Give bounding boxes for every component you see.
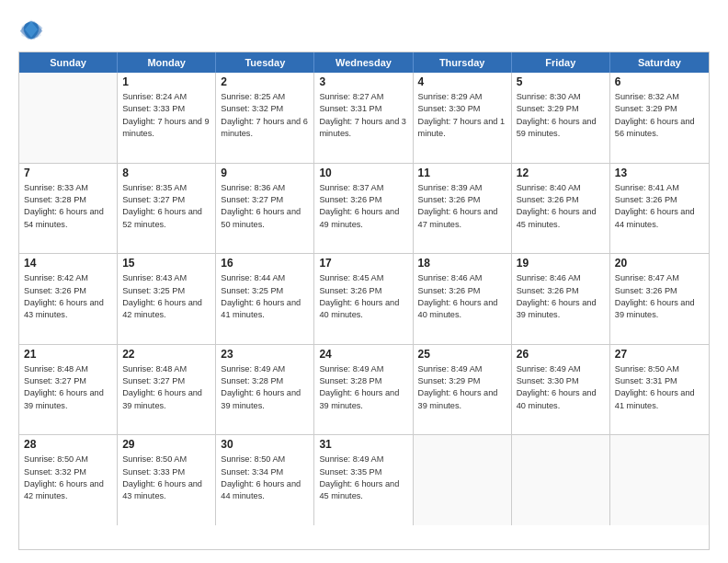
day-number: 18 xyxy=(418,257,506,270)
cell-info-line: Sunrise: 8:46 AM xyxy=(418,272,506,284)
day-number: 23 xyxy=(221,348,309,361)
cell-info-line: Sunrise: 8:46 AM xyxy=(517,272,605,284)
weekday-header-monday: Monday xyxy=(118,52,216,73)
cell-info-line: Sunrise: 8:49 AM xyxy=(517,363,605,375)
calendar-cell: 15Sunrise: 8:43 AMSunset: 3:25 PMDayligh… xyxy=(118,254,216,344)
day-number: 27 xyxy=(615,348,704,361)
cell-info-line: Daylight: 6 hours and 49 minutes. xyxy=(319,206,407,231)
cell-info-line: Daylight: 6 hours and 52 minutes. xyxy=(122,206,210,231)
cell-info-line: Daylight: 6 hours and 40 minutes. xyxy=(517,387,605,412)
day-number: 17 xyxy=(319,257,407,270)
calendar-cell xyxy=(610,435,709,525)
cell-info-line: Daylight: 6 hours and 44 minutes. xyxy=(221,478,309,503)
cell-info-line: Daylight: 6 hours and 42 minutes. xyxy=(24,478,112,503)
cell-info-line: Daylight: 6 hours and 43 minutes. xyxy=(24,297,112,322)
day-number: 10 xyxy=(319,167,407,179)
weekday-header-tuesday: Tuesday xyxy=(216,52,314,73)
calendar-cell: 16Sunrise: 8:44 AMSunset: 3:25 PMDayligh… xyxy=(216,254,314,344)
calendar-cell: 9Sunrise: 8:36 AMSunset: 3:27 PMDaylight… xyxy=(216,164,314,254)
day-number: 8 xyxy=(122,167,210,179)
calendar-cell: 2Sunrise: 8:25 AMSunset: 3:32 PMDaylight… xyxy=(216,73,314,163)
cell-info-line: Sunset: 3:26 PM xyxy=(319,194,407,206)
cell-info-line: Daylight: 6 hours and 44 minutes. xyxy=(615,206,704,231)
calendar-cell: 8Sunrise: 8:35 AMSunset: 3:27 PMDaylight… xyxy=(118,164,216,254)
calendar-cell: 18Sunrise: 8:46 AMSunset: 3:26 PMDayligh… xyxy=(414,254,512,344)
cell-info-line: Daylight: 6 hours and 45 minutes. xyxy=(517,206,605,231)
calendar-cell: 12Sunrise: 8:40 AMSunset: 3:26 PMDayligh… xyxy=(512,164,610,254)
cell-info-line: Daylight: 6 hours and 39 minutes. xyxy=(615,297,704,322)
cell-info-line: Sunrise: 8:50 AM xyxy=(221,454,309,465)
calendar-cell: 21Sunrise: 8:48 AMSunset: 3:27 PMDayligh… xyxy=(19,345,118,435)
cell-info-line: Sunset: 3:31 PM xyxy=(319,103,407,115)
cell-info-line: Sunset: 3:26 PM xyxy=(418,194,506,206)
cell-info-line: Sunrise: 8:29 AM xyxy=(418,91,506,103)
cell-info-line: Daylight: 6 hours and 39 minutes. xyxy=(517,297,605,322)
calendar-cell: 5Sunrise: 8:30 AMSunset: 3:29 PMDaylight… xyxy=(512,73,610,163)
cell-info-line: Sunrise: 8:45 AM xyxy=(319,272,407,284)
calendar-row-3: 21Sunrise: 8:48 AMSunset: 3:27 PMDayligh… xyxy=(19,345,709,436)
cell-info-line: Sunrise: 8:44 AM xyxy=(221,272,309,284)
weekday-header-friday: Friday xyxy=(512,52,610,73)
calendar-row-2: 14Sunrise: 8:42 AMSunset: 3:26 PMDayligh… xyxy=(19,254,709,345)
cell-info-line: Sunrise: 8:25 AM xyxy=(221,91,309,103)
day-number: 2 xyxy=(221,75,309,88)
calendar-body: 1Sunrise: 8:24 AMSunset: 3:33 PMDaylight… xyxy=(19,73,709,525)
cell-info-line: Sunrise: 8:49 AM xyxy=(319,454,407,465)
weekday-header-thursday: Thursday xyxy=(414,52,512,73)
calendar: SundayMondayTuesdayWednesdayThursdayFrid… xyxy=(18,52,710,550)
cell-info-line: Sunrise: 8:41 AM xyxy=(615,182,704,194)
cell-info-line: Daylight: 6 hours and 50 minutes. xyxy=(221,206,309,231)
cell-info-line: Daylight: 6 hours and 39 minutes. xyxy=(221,387,309,412)
cell-info-line: Daylight: 6 hours and 39 minutes. xyxy=(122,387,210,412)
day-number: 22 xyxy=(122,348,210,361)
page: SundayMondayTuesdayWednesdayThursdayFrid… xyxy=(0,0,728,563)
day-number: 3 xyxy=(319,75,407,88)
day-number: 13 xyxy=(615,167,704,179)
day-number: 16 xyxy=(221,257,309,270)
weekday-header-sunday: Sunday xyxy=(19,52,118,73)
cell-info-line: Sunset: 3:27 PM xyxy=(221,194,309,206)
cell-info-line: Sunset: 3:26 PM xyxy=(517,194,605,206)
calendar-cell: 17Sunrise: 8:45 AMSunset: 3:26 PMDayligh… xyxy=(314,254,413,344)
cell-info-line: Daylight: 6 hours and 39 minutes. xyxy=(24,387,112,412)
day-number: 7 xyxy=(24,167,112,179)
cell-info-line: Daylight: 6 hours and 47 minutes. xyxy=(418,206,506,231)
calendar-cell: 27Sunrise: 8:50 AMSunset: 3:31 PMDayligh… xyxy=(610,345,709,435)
cell-info-line: Sunrise: 8:40 AM xyxy=(517,182,605,194)
calendar-cell: 3Sunrise: 8:27 AMSunset: 3:31 PMDaylight… xyxy=(314,73,413,163)
day-number: 5 xyxy=(517,75,605,88)
cell-info-line: Sunrise: 8:43 AM xyxy=(122,272,210,284)
cell-info-line: Daylight: 6 hours and 42 minutes. xyxy=(122,297,210,322)
logo-icon xyxy=(18,17,44,42)
calendar-cell: 30Sunrise: 8:50 AMSunset: 3:34 PMDayligh… xyxy=(216,435,314,525)
day-number: 15 xyxy=(122,257,210,270)
calendar-cell: 25Sunrise: 8:49 AMSunset: 3:29 PMDayligh… xyxy=(414,345,512,435)
calendar-cell: 29Sunrise: 8:50 AMSunset: 3:33 PMDayligh… xyxy=(118,435,216,525)
day-number: 1 xyxy=(122,75,210,88)
cell-info-line: Sunset: 3:26 PM xyxy=(24,285,112,297)
day-number: 29 xyxy=(122,438,210,451)
calendar-cell: 11Sunrise: 8:39 AMSunset: 3:26 PMDayligh… xyxy=(414,164,512,254)
calendar-cell: 14Sunrise: 8:42 AMSunset: 3:26 PMDayligh… xyxy=(19,254,118,344)
calendar-header: SundayMondayTuesdayWednesdayThursdayFrid… xyxy=(19,52,709,73)
calendar-cell: 28Sunrise: 8:50 AMSunset: 3:32 PMDayligh… xyxy=(19,435,118,525)
day-number: 12 xyxy=(517,167,605,179)
cell-info-line: Sunset: 3:34 PM xyxy=(221,466,309,478)
cell-info-line: Sunrise: 8:24 AM xyxy=(122,91,210,103)
cell-info-line: Sunset: 3:35 PM xyxy=(319,466,407,478)
cell-info-line: Daylight: 7 hours and 1 minute. xyxy=(418,116,506,141)
calendar-cell xyxy=(512,435,610,525)
calendar-cell: 20Sunrise: 8:47 AMSunset: 3:26 PMDayligh… xyxy=(610,254,709,344)
day-number: 24 xyxy=(319,348,407,361)
cell-info-line: Sunrise: 8:50 AM xyxy=(615,363,704,375)
cell-info-line: Sunset: 3:30 PM xyxy=(418,103,506,115)
calendar-row-1: 7Sunrise: 8:33 AMSunset: 3:28 PMDaylight… xyxy=(19,164,709,255)
cell-info-line: Sunset: 3:33 PM xyxy=(122,103,210,115)
day-number: 25 xyxy=(418,348,506,361)
cell-info-line: Sunrise: 8:50 AM xyxy=(24,454,112,465)
cell-info-line: Daylight: 6 hours and 41 minutes. xyxy=(615,387,704,412)
cell-info-line: Daylight: 6 hours and 56 minutes. xyxy=(615,116,704,141)
cell-info-line: Daylight: 6 hours and 40 minutes. xyxy=(418,297,506,322)
calendar-cell: 31Sunrise: 8:49 AMSunset: 3:35 PMDayligh… xyxy=(314,435,413,525)
day-number: 28 xyxy=(24,438,112,451)
